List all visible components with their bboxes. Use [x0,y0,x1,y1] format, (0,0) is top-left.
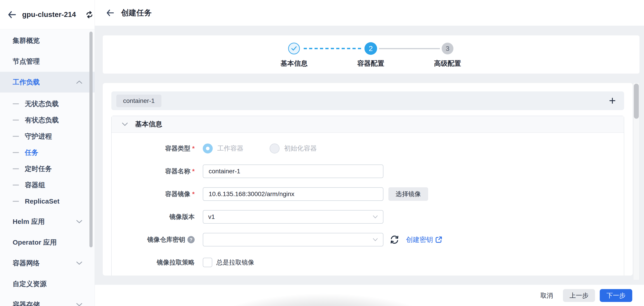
chevron-up-icon [76,80,82,84]
container-image-input[interactable] [203,187,384,201]
basic-info-section: 基本信息 容器类型 * 工作容器 初始化容器 [111,116,624,276]
step-connector-solid [379,48,440,49]
sidebar-nav: 集群概览 节点管理 工作负载 无状态负载 有状态负载 守护进程 任务 定时任务 … [0,29,94,306]
sidebar-item-replicasets[interactable]: ReplicaSet [0,193,94,209]
step-2-circle: 2 [364,42,377,55]
required-marker: * [192,190,195,198]
container-name-input[interactable] [203,165,384,178]
container-image-control: 选择镜像 [203,187,428,201]
sidebar-item-statefulsets[interactable]: 有状态负载 [0,112,94,128]
sidebar-item-label: 节点管理 [13,57,40,66]
container-tab-strip: container-1 + [111,91,624,110]
back-icon[interactable] [106,9,114,16]
required-marker: * [192,168,195,175]
page-header: 创建任务 [95,0,644,26]
field-label-text: 容器名称 [165,167,190,176]
field-label: 容器类型 * [112,144,195,153]
step-2-label: 容器配置 [346,59,396,68]
wizard-footer: 取消 上一步 下一步 [95,285,644,306]
sidebar-item-helm-apps[interactable]: Helm 应用 [0,211,94,232]
field-label: 镜像拉取策略 [112,258,195,267]
chevron-down-icon [372,238,378,242]
image-version-control: v1 [203,210,384,224]
sidebar-scrollbar[interactable] [90,31,92,247]
chevron-down-icon [76,303,82,306]
previous-step-button[interactable]: 上一步 [563,289,595,302]
basic-info-form: 容器类型 * 工作容器 初始化容器 容器名称 * [112,133,624,269]
external-link-icon[interactable] [435,236,442,243]
sidebar-item-cluster-overview[interactable]: 集群概览 [0,30,94,51]
sidebar-item-label: 容器组 [25,181,45,190]
create-secret-link[interactable]: 创建密钥 [406,235,433,244]
sidebar-item-pods[interactable]: 容器组 [0,177,94,193]
sidebar-item-label: 有状态负载 [25,116,59,125]
basic-info-section-header[interactable]: 基本信息 [112,116,624,133]
cancel-button[interactable]: 取消 [536,291,558,300]
sidebar-item-container-network[interactable]: 容器网络 [0,253,94,274]
step-1-label: 基本信息 [269,59,319,68]
sidebar-item-label: 工作负载 [13,78,40,87]
plus-icon: + [609,95,616,106]
field-label: 镜像版本 [112,213,195,221]
switch-cluster-icon[interactable] [85,11,94,18]
sidebar-item-label: 容器存储 [13,300,40,306]
radio-label-work-container: 工作容器 [217,144,244,153]
sidebar-item-operator-apps[interactable]: Operator 应用 [0,232,94,253]
sidebar-item-cronjobs[interactable]: 定时任务 [0,161,94,177]
chevron-down-icon [76,261,82,265]
sidebar-item-daemonsets[interactable]: 守护进程 [0,128,94,144]
sidebar-item-custom-resources[interactable]: 自定义资源 [0,274,94,294]
tab-container-1[interactable]: container-1 [116,95,162,107]
main-scrollbar-thumb[interactable] [634,84,639,119]
container-name-control [203,165,384,178]
container-config-card: container-1 + 基本信息 容器类型 * [103,83,633,276]
container-type-options: 工作容器 初始化容器 [203,144,317,153]
sidebar-item-workloads[interactable]: 工作负载 [0,72,94,92]
cluster-name: gpu-cluster-214 [22,10,76,19]
radio-label-init-container: 初始化容器 [284,144,317,153]
sidebar-item-label: 集群概览 [13,36,40,45]
field-label-text: 容器类型 [165,144,190,153]
field-label: 镜像仓库密钥 ? [112,235,195,244]
field-label-text: 容器镜像 [165,190,190,198]
dash-icon [13,120,19,120]
required-marker: * [192,145,195,152]
always-pull-checkbox[interactable] [203,258,212,267]
sidebar-item-jobs[interactable]: 任务 [0,144,94,161]
section-title: 基本信息 [135,120,162,129]
step-number: 2 [369,44,373,53]
field-label: 容器镜像 * [112,190,195,198]
back-icon[interactable] [8,11,16,18]
dash-icon [13,103,19,104]
help-icon[interactable]: ? [188,236,195,243]
sidebar-item-label: 容器网络 [13,259,40,268]
radio-work-container-selected[interactable] [203,144,213,153]
field-label: 容器名称 * [112,167,195,176]
registry-secret-select[interactable] [203,233,384,247]
next-step-button[interactable]: 下一步 [600,289,632,302]
sidebar-item-deployments[interactable]: 无状态负载 [0,96,94,112]
sidebar-item-label: ReplicaSet [25,197,60,205]
select-value: v1 [208,213,215,221]
step-connector-dotted [304,48,361,49]
tab-label: container-1 [123,97,155,104]
field-label-text: 镜像版本 [169,213,195,221]
form-row-pull-policy: 镜像拉取策略 总是拉取镜像 [112,256,624,269]
sidebar-item-node-management[interactable]: 节点管理 [0,51,94,72]
step-number: 3 [446,45,450,52]
sidebar-header: gpu-cluster-214 [0,0,94,29]
footer-buttons: 取消 上一步 下一步 [536,289,632,302]
sidebar-item-label: 任务 [25,148,38,157]
field-label-text: 镜像拉取策略 [157,258,195,267]
image-version-select[interactable]: v1 [203,210,384,224]
step-3-circle: 3 [442,43,454,54]
dash-icon [13,201,19,202]
select-image-button[interactable]: 选择镜像 [388,187,428,201]
sidebar-item-container-storage[interactable]: 容器存储 [0,294,94,306]
radio-init-container[interactable] [270,144,280,153]
add-container-button[interactable]: + [606,94,619,107]
dash-icon [13,168,19,169]
dash-icon [13,185,19,186]
refresh-icon[interactable] [389,235,400,245]
page: gpu-cluster-214 集群概览 节点管理 工作负载 无状态负载 有状态… [0,0,644,306]
